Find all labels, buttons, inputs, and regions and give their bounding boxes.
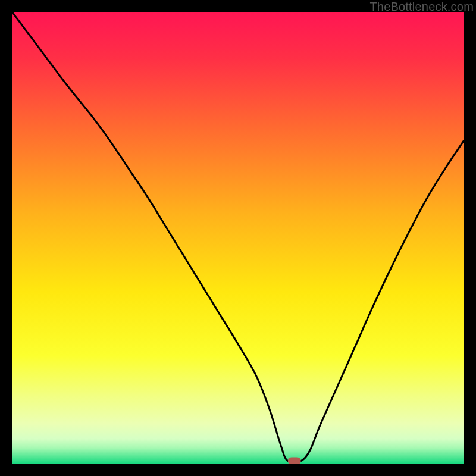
chart-frame: TheBottleneck.com — [0, 0, 476, 476]
watermark-text: TheBottleneck.com — [369, 0, 474, 14]
gradient-background — [12, 12, 464, 464]
plot-area — [12, 12, 464, 464]
bottleneck-chart — [12, 12, 464, 464]
optimal-point-marker — [288, 457, 301, 464]
